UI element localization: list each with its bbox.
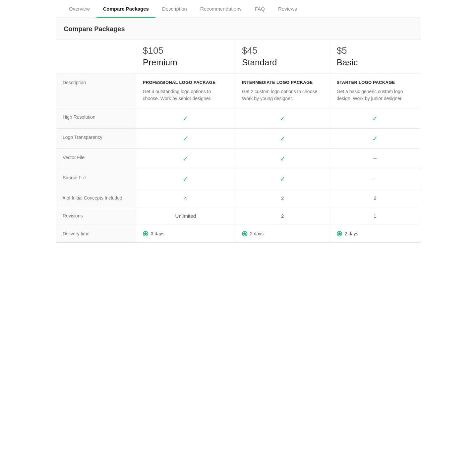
premium-logo-transparency: ✓ (136, 129, 235, 149)
tab-faq[interactable]: FAQ (248, 0, 271, 18)
basic-vector-file: – (330, 149, 420, 169)
check-icon: ✓ (143, 175, 228, 183)
standard-high-resolution: ✓ (235, 108, 330, 129)
basic-desc-title: STARTER LOGO PACKAGE (337, 80, 413, 85)
tab-description[interactable]: Description (155, 0, 194, 18)
standard-description: INTERMEDIATE LOGO PACKAGE Get 2 custom l… (235, 74, 330, 108)
check-icon: ✓ (242, 155, 323, 163)
premium-delivery-text: 3 days (151, 231, 164, 236)
dash-icon: – (337, 175, 413, 182)
check-icon: ✓ (143, 114, 228, 122)
standard-desc-text: Get 2 custom logo options to choose. Wor… (242, 88, 323, 102)
row-logo-transparency: Logo Transparency ✓ ✓ ✓ (56, 129, 420, 149)
basic-source-file: – (330, 169, 420, 189)
premium-delivery: 3 days (136, 225, 235, 243)
premium-name: Premium (143, 57, 228, 68)
standard-name: Standard (242, 57, 323, 68)
standard-desc-title: INTERMEDIATE LOGO PACKAGE (242, 80, 323, 85)
row-delivery-time: Delivery time 3 days 2 days (56, 225, 420, 243)
standard-delivery-text: 2 days (250, 231, 264, 236)
standard-logo-transparency: ✓ (235, 129, 330, 149)
feature-initial-concepts-label: # of Initial Concepts Included (56, 189, 136, 207)
standard-revisions: 2 (235, 207, 330, 225)
basic-revisions: 1 (330, 207, 420, 225)
premium-desc-text: Get 4 outstanding logo options to choose… (143, 88, 228, 102)
basic-logo-transparency: ✓ (330, 129, 420, 149)
premium-description: PROFESSIONAL LOGO PACKAGE Get 4 outstand… (136, 74, 235, 108)
standard-vector-file: ✓ (235, 149, 330, 169)
row-source-file: Source File ✓ ✓ – (56, 169, 420, 189)
standard-initial-concepts: 2 (235, 189, 330, 207)
tab-recommendations[interactable]: Recommendations (194, 0, 248, 18)
feature-source-file-label: Source File (56, 169, 136, 189)
package-header-premium: $105 Premium (136, 39, 235, 74)
tab-overview[interactable]: Overview (62, 0, 96, 18)
row-revisions: Revisions Unlimited 2 1 (56, 207, 420, 225)
check-icon: ✓ (242, 114, 323, 122)
basic-desc-text: Get a basic generic custom logo design. … (337, 88, 413, 102)
radio-dot-icon (337, 231, 342, 236)
section-title: Compare Packages (56, 18, 420, 39)
basic-price: $5 (337, 45, 413, 56)
basic-name: Basic (337, 57, 413, 68)
premium-high-resolution: ✓ (136, 108, 235, 129)
basic-delivery: 2 days (330, 225, 420, 243)
feature-logo-transparency-label: Logo Transparency (56, 129, 136, 149)
feature-description-label: Description (56, 74, 136, 108)
basic-high-resolution: ✓ (330, 108, 420, 129)
check-icon: ✓ (143, 135, 228, 143)
premium-price: $105 (143, 45, 228, 56)
package-header-standard: $45 Standard (235, 39, 330, 74)
premium-vector-file: ✓ (136, 149, 235, 169)
compare-table: $105 Premium $45 Standard $5 Basic Descr… (56, 39, 420, 243)
row-high-resolution: High Resolution ✓ ✓ ✓ (56, 108, 420, 129)
premium-source-file: ✓ (136, 169, 235, 189)
feature-delivery-label: Delivery time (56, 225, 136, 243)
feature-col-header (56, 39, 136, 74)
tab-compare-packages[interactable]: Compare Packages (96, 0, 155, 18)
check-icon: ✓ (337, 135, 413, 143)
standard-delivery: 2 days (235, 225, 330, 243)
tabs-nav: Overview Compare Packages Description Re… (56, 0, 420, 18)
standard-source-file: ✓ (235, 169, 330, 189)
basic-delivery-text: 2 days (345, 231, 358, 236)
feature-revisions-label: Revisions (56, 207, 136, 225)
dash-icon: – (337, 155, 413, 162)
check-icon: ✓ (242, 175, 323, 183)
package-header-basic: $5 Basic (330, 39, 420, 74)
basic-description: STARTER LOGO PACKAGE Get a basic generic… (330, 74, 420, 108)
premium-revisions: Unlimited (136, 207, 235, 225)
radio-dot-icon (242, 231, 247, 236)
standard-price: $45 (242, 45, 323, 56)
row-initial-concepts: # of Initial Concepts Included 4 2 2 (56, 189, 420, 207)
row-description: Description PROFESSIONAL LOGO PACKAGE Ge… (56, 74, 420, 108)
basic-initial-concepts: 2 (330, 189, 420, 207)
premium-desc-title: PROFESSIONAL LOGO PACKAGE (143, 80, 228, 85)
feature-high-resolution-label: High Resolution (56, 108, 136, 129)
feature-vector-file-label: Vector File (56, 149, 136, 169)
check-icon: ✓ (337, 114, 413, 122)
tab-reviews[interactable]: Reviews (271, 0, 304, 18)
radio-dot-icon (143, 231, 148, 236)
premium-initial-concepts: 4 (136, 189, 235, 207)
row-vector-file: Vector File ✓ ✓ – (56, 149, 420, 169)
check-icon: ✓ (143, 155, 228, 163)
check-icon: ✓ (242, 135, 323, 143)
